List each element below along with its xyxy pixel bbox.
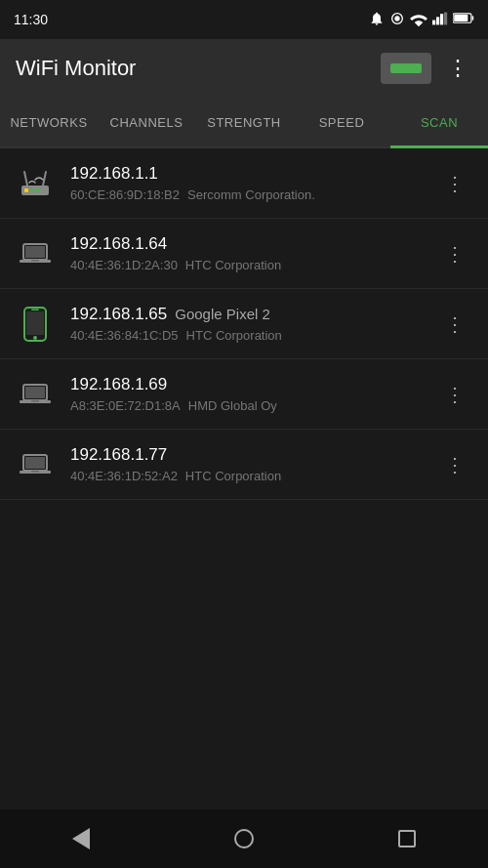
tab-scan[interactable]: SCAN [390, 98, 488, 146]
svg-rect-5 [444, 12, 447, 24]
table-row: 192.168.1.64 40:4E:36:1D:2A:30 HTC Corpo… [0, 219, 488, 289]
device-vendor: Sercomm Corporation. [187, 187, 315, 202]
device-menu-button[interactable]: ⋮ [437, 445, 472, 484]
tab-networks[interactable]: NETWORKS [0, 98, 98, 146]
table-row: 192.168.1.1 60:CE:86:9D:18:B2 Sercomm Co… [0, 148, 488, 219]
svg-rect-30 [31, 471, 39, 473]
device-menu-button[interactable]: ⋮ [437, 234, 472, 273]
recents-icon [398, 830, 416, 847]
device-ip: 192.168.1.1 [70, 164, 158, 184]
device-info: 192.168.1.77 40:4E:36:1D:52:A2 HTC Corpo… [70, 445, 437, 483]
app-title: WiFi Monitor [16, 56, 136, 81]
device-info: 192.168.1.1 60:CE:86:9D:18:B2 Sercomm Co… [70, 164, 437, 202]
device-mac: 60:CE:86:9D:18:B2 [70, 187, 180, 202]
svg-line-14 [43, 172, 46, 186]
svg-rect-24 [25, 387, 45, 398]
svg-rect-2 [432, 20, 435, 24]
device-menu-button[interactable]: ⋮ [437, 375, 472, 414]
recents-button[interactable] [384, 815, 430, 862]
device-menu-button[interactable]: ⋮ [437, 164, 472, 203]
device-vendor: HTC Corporation [185, 258, 281, 272]
back-icon [72, 828, 90, 849]
app-bar-actions: ⋮ [381, 53, 472, 84]
svg-rect-20 [26, 311, 44, 335]
signal-bars-icon [432, 12, 448, 28]
device-vendor: HTC Corporation [186, 328, 282, 343]
device-mac: 40:4E:36:84:1C:D5 [70, 328, 179, 343]
device-mac: 40:4E:36:1D:2A:30 [70, 258, 178, 272]
wifi-signal-icon [410, 11, 427, 29]
navigation-bar [0, 809, 488, 868]
svg-rect-12 [36, 188, 40, 192]
svg-rect-28 [25, 457, 45, 469]
device-menu-button[interactable]: ⋮ [437, 305, 472, 344]
table-row: 192.168.1.77 40:4E:36:1D:52:A2 HTC Corpo… [0, 430, 488, 500]
wifi-indicator [381, 53, 431, 84]
tab-strength[interactable]: STRENGTH [195, 98, 293, 146]
status-bar: 11:30 [0, 0, 488, 39]
wifi-signal-bar [390, 63, 422, 73]
svg-rect-4 [440, 14, 443, 24]
svg-rect-11 [30, 188, 34, 192]
laptop-icon [16, 375, 55, 414]
device-list: 192.168.1.1 60:CE:86:9D:18:B2 Sercomm Co… [0, 148, 488, 500]
device-mac: A8:3E:0E:72:D1:8A [70, 398, 181, 413]
device-vendor: HMD Global Oy [188, 398, 277, 413]
home-button[interactable] [221, 815, 267, 862]
table-row: 192.168.1.65 Google Pixel 2 40:4E:36:84:… [0, 289, 488, 359]
screen-record-icon [389, 11, 405, 29]
status-time: 11:30 [14, 12, 48, 27]
device-name: Google Pixel 2 [175, 306, 270, 322]
back-button[interactable] [58, 815, 104, 862]
laptop-icon [16, 445, 55, 484]
svg-point-1 [394, 16, 399, 21]
svg-rect-3 [436, 17, 439, 24]
svg-rect-16 [25, 246, 45, 258]
laptop-icon [16, 234, 55, 273]
device-mac: 40:4E:36:1D:52:A2 [70, 469, 178, 483]
svg-line-13 [24, 172, 27, 186]
notification-icon [369, 11, 385, 29]
device-ip: 192.168.1.77 [70, 445, 167, 465]
svg-rect-26 [31, 400, 39, 402]
router-icon [16, 164, 55, 203]
tab-bar: NETWORKS CHANNELS STRENGTH SPEED SCAN [0, 98, 488, 148]
device-ip: 192.168.1.69 [70, 375, 167, 394]
svg-rect-8 [454, 15, 468, 21]
battery-icon [453, 12, 474, 27]
svg-rect-22 [31, 309, 39, 310]
overflow-menu-button[interactable]: ⋮ [443, 54, 472, 83]
device-info: 192.168.1.64 40:4E:36:1D:2A:30 HTC Corpo… [70, 234, 437, 272]
status-icons [369, 11, 474, 29]
svg-rect-7 [472, 16, 474, 21]
phone-icon [16, 305, 55, 344]
app-bar: WiFi Monitor ⋮ [0, 39, 488, 98]
home-icon [234, 829, 254, 848]
svg-rect-10 [24, 188, 28, 192]
device-info: 192.168.1.69 A8:3E:0E:72:D1:8A HMD Globa… [70, 375, 437, 413]
device-ip: 192.168.1.65 [70, 305, 167, 324]
tab-speed[interactable]: SPEED [293, 98, 390, 146]
svg-rect-18 [31, 260, 39, 262]
device-info: 192.168.1.65 Google Pixel 2 40:4E:36:84:… [70, 305, 437, 343]
svg-point-21 [33, 336, 37, 340]
tab-channels[interactable]: CHANNELS [98, 98, 195, 146]
device-vendor: HTC Corporation [185, 469, 281, 483]
device-ip: 192.168.1.64 [70, 234, 167, 254]
table-row: 192.168.1.69 A8:3E:0E:72:D1:8A HMD Globa… [0, 359, 488, 430]
